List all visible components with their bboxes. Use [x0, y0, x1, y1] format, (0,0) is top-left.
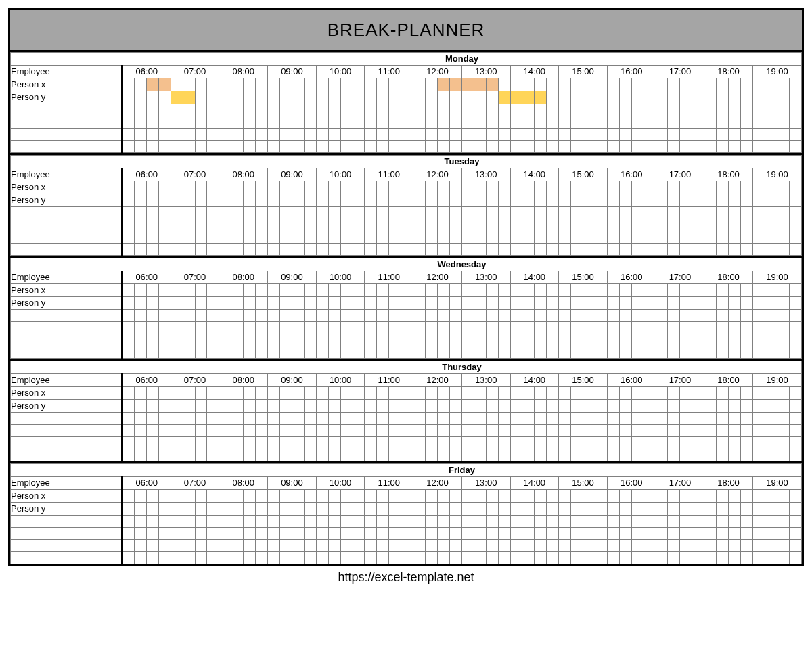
time-slot[interactable]: [583, 552, 595, 564]
time-slot[interactable]: [279, 346, 292, 359]
time-slot[interactable]: [765, 181, 777, 194]
time-slot[interactable]: [244, 503, 256, 516]
time-slot[interactable]: [765, 425, 777, 437]
time-slot[interactable]: [231, 449, 244, 461]
time-slot[interactable]: [122, 141, 135, 153]
time-slot[interactable]: [244, 490, 256, 503]
time-slot[interactable]: [510, 552, 522, 564]
time-slot[interactable]: [607, 528, 619, 540]
time-slot[interactable]: [292, 231, 304, 244]
time-slot[interactable]: [365, 141, 377, 153]
time-slot[interactable]: [426, 310, 438, 322]
time-slot[interactable]: [668, 116, 680, 129]
time-slot[interactable]: [571, 231, 583, 244]
time-slot[interactable]: [207, 297, 219, 310]
time-slot[interactable]: [268, 387, 280, 400]
time-slot[interactable]: [279, 181, 292, 194]
time-slot[interactable]: [279, 116, 292, 129]
time-slot[interactable]: [413, 528, 426, 540]
time-slot[interactable]: [207, 78, 219, 91]
time-slot[interactable]: [559, 129, 571, 141]
time-slot[interactable]: [474, 284, 486, 297]
time-slot[interactable]: [741, 552, 753, 564]
time-slot[interactable]: [134, 141, 146, 153]
time-slot[interactable]: [789, 400, 801, 413]
time-slot[interactable]: [353, 194, 365, 207]
time-slot[interactable]: [752, 78, 765, 91]
time-slot[interactable]: [231, 207, 244, 219]
employee-label[interactable]: [11, 244, 122, 256]
time-slot[interactable]: [426, 231, 438, 244]
time-slot[interactable]: [752, 503, 765, 516]
time-slot[interactable]: [244, 244, 256, 256]
time-slot[interactable]: [231, 528, 244, 540]
employee-label[interactable]: Person y: [11, 91, 122, 104]
time-slot[interactable]: [365, 78, 377, 91]
time-slot[interactable]: [717, 207, 729, 219]
time-slot[interactable]: [195, 400, 207, 413]
time-slot[interactable]: [510, 387, 522, 400]
time-slot[interactable]: [353, 219, 365, 231]
time-slot[interactable]: [535, 129, 547, 141]
time-slot[interactable]: [583, 310, 595, 322]
employee-label[interactable]: Person y: [11, 503, 122, 516]
time-slot[interactable]: [680, 141, 692, 153]
time-slot[interactable]: [704, 141, 717, 153]
time-slot[interactable]: [122, 310, 135, 322]
time-slot[interactable]: [777, 116, 789, 129]
time-slot[interactable]: [474, 219, 486, 231]
time-slot[interactable]: [292, 141, 304, 153]
time-slot[interactable]: [486, 334, 498, 346]
time-slot[interactable]: [522, 207, 535, 219]
time-slot[interactable]: [292, 516, 304, 528]
time-slot[interactable]: [389, 413, 401, 425]
time-slot[interactable]: [680, 284, 692, 297]
time-slot[interactable]: [158, 141, 171, 153]
time-slot[interactable]: [680, 207, 692, 219]
time-slot[interactable]: [389, 194, 401, 207]
time-slot[interactable]: [461, 194, 474, 207]
time-slot[interactable]: [631, 207, 644, 219]
time-slot[interactable]: [680, 116, 692, 129]
time-slot[interactable]: [619, 244, 631, 256]
time-slot[interactable]: [219, 310, 231, 322]
time-slot[interactable]: [437, 194, 449, 207]
time-slot[interactable]: [704, 244, 717, 256]
employee-label[interactable]: [11, 141, 122, 153]
time-slot[interactable]: [146, 194, 158, 207]
employee-label[interactable]: [11, 219, 122, 231]
time-slot[interactable]: [644, 540, 656, 552]
time-slot[interactable]: [571, 91, 583, 104]
time-slot[interactable]: [765, 346, 777, 359]
time-slot[interactable]: [559, 231, 571, 244]
time-slot[interactable]: [389, 400, 401, 413]
time-slot[interactable]: [741, 141, 753, 153]
time-slot[interactable]: [461, 503, 474, 516]
time-slot[interactable]: [510, 437, 522, 449]
time-slot[interactable]: [304, 104, 316, 116]
time-slot[interactable]: [607, 91, 619, 104]
time-slot[interactable]: [704, 194, 717, 207]
time-slot[interactable]: [522, 129, 535, 141]
time-slot[interactable]: [207, 284, 219, 297]
time-slot[interactable]: [644, 219, 656, 231]
time-slot[interactable]: [765, 334, 777, 346]
time-slot[interactable]: [522, 194, 535, 207]
time-slot[interactable]: [304, 116, 316, 129]
time-slot[interactable]: [765, 194, 777, 207]
time-slot[interactable]: [401, 528, 413, 540]
time-slot[interactable]: [668, 425, 680, 437]
employee-label[interactable]: [11, 528, 122, 540]
time-slot[interactable]: [644, 129, 656, 141]
time-slot[interactable]: [244, 129, 256, 141]
time-slot[interactable]: [219, 503, 231, 516]
time-slot[interactable]: [717, 425, 729, 437]
time-slot[interactable]: [535, 540, 547, 552]
time-slot[interactable]: [571, 207, 583, 219]
time-slot[interactable]: [619, 231, 631, 244]
time-slot[interactable]: [583, 219, 595, 231]
time-slot[interactable]: [328, 207, 340, 219]
time-slot[interactable]: [510, 91, 522, 104]
time-slot[interactable]: [656, 387, 668, 400]
time-slot[interactable]: [535, 516, 547, 528]
